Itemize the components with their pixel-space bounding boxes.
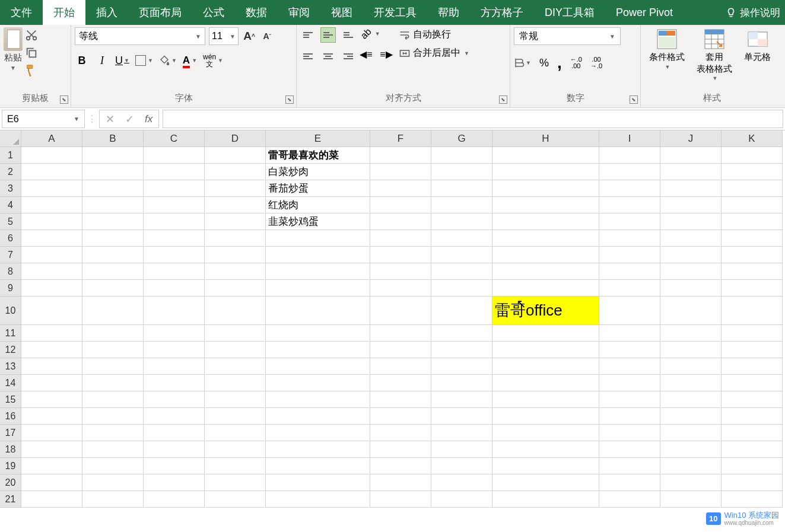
paste-icon[interactable] <box>4 27 23 51</box>
row-header-10[interactable]: 10 <box>0 297 21 325</box>
row-header-6[interactable]: 6 <box>0 230 21 247</box>
cell-K12[interactable] <box>722 342 783 358</box>
cell-H3[interactable] <box>492 180 599 197</box>
cell-C8[interactable] <box>144 263 205 280</box>
cell-D2[interactable] <box>205 164 266 180</box>
cell-C7[interactable] <box>144 247 205 263</box>
cell-A7[interactable] <box>21 247 82 263</box>
align-center-button[interactable] <box>320 49 336 64</box>
cell-G21[interactable] <box>431 491 492 508</box>
cell-B8[interactable] <box>82 263 144 280</box>
comma-style-button[interactable]: , <box>557 53 562 72</box>
cell-K3[interactable] <box>722 180 783 197</box>
cell-C10[interactable] <box>144 297 205 325</box>
cell-G18[interactable] <box>431 441 492 458</box>
cell-G16[interactable] <box>431 408 492 425</box>
col-header-E[interactable]: E <box>266 130 370 147</box>
cell-F15[interactable] <box>370 391 431 408</box>
cell-C9[interactable] <box>144 280 205 297</box>
cell-F7[interactable] <box>370 247 431 263</box>
cell-A3[interactable] <box>21 180 82 197</box>
cell-I13[interactable] <box>599 358 660 375</box>
cell-E20[interactable] <box>266 474 370 491</box>
cell-I20[interactable] <box>599 474 660 491</box>
cell-D17[interactable] <box>205 425 266 441</box>
cell-H14[interactable] <box>492 375 599 391</box>
paste-button[interactable]: 粘贴 <box>4 52 22 63</box>
alignment-launcher[interactable]: ⬊ <box>499 95 507 104</box>
col-header-D[interactable]: D <box>205 130 266 147</box>
cell-styles-button[interactable]: 单元格 <box>739 27 776 64</box>
copy-icon[interactable] <box>25 46 38 59</box>
cell-I7[interactable] <box>599 247 660 263</box>
cell-E17[interactable] <box>266 425 370 441</box>
cell-A21[interactable] <box>21 491 82 508</box>
cell-D15[interactable] <box>205 391 266 408</box>
cell-G6[interactable] <box>431 230 492 247</box>
cell-D20[interactable] <box>205 474 266 491</box>
tab-data[interactable]: 数据 <box>235 0 278 25</box>
cell-D14[interactable] <box>205 375 266 391</box>
cell-B6[interactable] <box>82 230 144 247</box>
cell-F18[interactable] <box>370 441 431 458</box>
cell-K10[interactable] <box>722 297 783 325</box>
cell-D16[interactable] <box>205 408 266 425</box>
row-header-19[interactable]: 19 <box>0 458 21 474</box>
cell-F10[interactable] <box>370 297 431 325</box>
row-header-20[interactable]: 20 <box>0 474 21 491</box>
cell-H20[interactable] <box>492 474 599 491</box>
cell-D19[interactable] <box>205 458 266 474</box>
cell-K11[interactable] <box>722 325 783 342</box>
cell-E15[interactable] <box>266 391 370 408</box>
cell-B14[interactable] <box>82 375 144 391</box>
tab-insert[interactable]: 插入 <box>85 0 128 25</box>
cell-G5[interactable] <box>431 214 492 230</box>
cell-H15[interactable] <box>492 391 599 408</box>
cell-E18[interactable] <box>266 441 370 458</box>
cell-K5[interactable] <box>722 214 783 230</box>
cell-D4[interactable] <box>205 197 266 214</box>
cell-C5[interactable] <box>144 214 205 230</box>
cell-J18[interactable] <box>660 441 722 458</box>
cell-H10[interactable]: 雷哥office <box>492 297 599 325</box>
font-name-select[interactable]: 等线▼ <box>75 27 205 45</box>
row-header-18[interactable]: 18 <box>0 441 21 458</box>
cell-D3[interactable] <box>205 180 266 197</box>
cell-K8[interactable] <box>722 263 783 280</box>
cell-F12[interactable] <box>370 342 431 358</box>
col-header-K[interactable]: K <box>722 130 783 147</box>
decrease-decimal-button[interactable]: .00→.0 <box>590 56 602 69</box>
cell-A18[interactable] <box>21 441 82 458</box>
cell-D6[interactable] <box>205 230 266 247</box>
cell-F8[interactable] <box>370 263 431 280</box>
cell-C12[interactable] <box>144 342 205 358</box>
row-header-21[interactable]: 21 <box>0 491 21 508</box>
cell-K7[interactable] <box>722 247 783 263</box>
cell-C2[interactable] <box>144 164 205 180</box>
cell-B18[interactable] <box>82 441 144 458</box>
cell-F21[interactable] <box>370 491 431 508</box>
cell-A4[interactable] <box>21 197 82 214</box>
cell-K2[interactable] <box>722 164 783 180</box>
cell-G14[interactable] <box>431 375 492 391</box>
align-middle-button[interactable] <box>320 27 336 43</box>
cell-J17[interactable] <box>660 425 722 441</box>
cell-K16[interactable] <box>722 408 783 425</box>
cell-E7[interactable] <box>266 247 370 263</box>
cell-A20[interactable] <box>21 474 82 491</box>
tab-page-layout[interactable]: 页面布局 <box>128 0 192 25</box>
cell-G2[interactable] <box>431 164 492 180</box>
cell-D5[interactable] <box>205 214 266 230</box>
font-size-select[interactable]: 11▼ <box>209 27 239 45</box>
cell-E1[interactable]: 雷哥最喜欢的菜 <box>266 147 370 164</box>
underline-button[interactable]: U▼ <box>115 52 129 69</box>
cell-K9[interactable] <box>722 280 783 297</box>
cell-G10[interactable] <box>431 297 492 325</box>
cell-C16[interactable] <box>144 408 205 425</box>
row-header-1[interactable]: 1 <box>0 147 21 164</box>
cell-A17[interactable] <box>21 425 82 441</box>
tab-view[interactable]: 视图 <box>320 0 363 25</box>
row-header-11[interactable]: 11 <box>0 325 21 342</box>
insert-function-button[interactable]: fx <box>145 113 152 125</box>
cell-D12[interactable] <box>205 342 266 358</box>
